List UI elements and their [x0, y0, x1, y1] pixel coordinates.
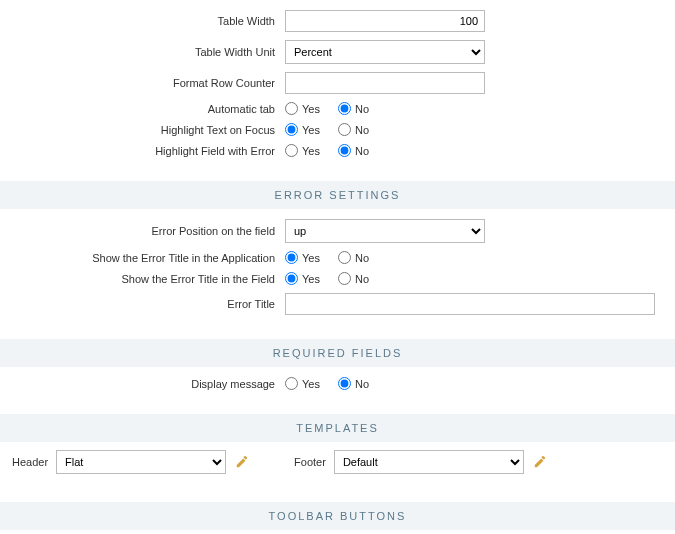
display-message-label: Display message [0, 378, 285, 390]
header-template-select[interactable]: Flat [56, 450, 226, 474]
table-width-label: Table Width [0, 15, 285, 27]
highlight-text-focus-yes-text: Yes [302, 124, 320, 136]
highlight-field-error-no-radio[interactable] [338, 144, 351, 157]
show-error-title-field-yes-text: Yes [302, 273, 320, 285]
automatic-tab-no-radio[interactable] [338, 102, 351, 115]
automatic-tab-label: Automatic tab [0, 103, 285, 115]
automatic-tab-no-text: No [355, 103, 369, 115]
table-width-unit-select[interactable]: Percent [285, 40, 485, 64]
pencil-icon[interactable] [532, 454, 548, 470]
show-error-title-field-no-text: No [355, 273, 369, 285]
highlight-field-error-label: Highlight Field with Error [0, 145, 285, 157]
show-error-title-app-label: Show the Error Title in the Application [0, 252, 285, 264]
error-title-label: Error Title [0, 298, 285, 310]
show-error-title-app-yes-radio[interactable] [285, 251, 298, 264]
highlight-field-error-yes-text: Yes [302, 145, 320, 157]
show-error-title-field-no-radio[interactable] [338, 272, 351, 285]
format-row-counter-label: Format Row Counter [0, 77, 285, 89]
templates-header: Templates [0, 414, 675, 442]
table-width-input[interactable] [285, 10, 485, 32]
display-message-no-radio[interactable] [338, 377, 351, 390]
footer-template-label: Footer [294, 456, 326, 468]
highlight-text-focus-yes-radio[interactable] [285, 123, 298, 136]
show-error-title-app-no-radio[interactable] [338, 251, 351, 264]
error-position-select[interactable]: up [285, 219, 485, 243]
required-fields-header: Required Fields [0, 339, 675, 367]
highlight-text-focus-no-text: No [355, 124, 369, 136]
show-error-title-app-yes-text: Yes [302, 252, 320, 264]
show-error-title-field-label: Show the Error Title in the Field [0, 273, 285, 285]
toolbar-buttons-header: Toolbar Buttons [0, 502, 675, 530]
show-error-title-app-no-text: No [355, 252, 369, 264]
error-settings-header: Error Settings [0, 181, 675, 209]
format-row-counter-input[interactable] [285, 72, 485, 94]
automatic-tab-yes-radio[interactable] [285, 102, 298, 115]
automatic-tab-yes-text: Yes [302, 103, 320, 115]
table-width-unit-label: Table Width Unit [0, 46, 285, 58]
highlight-field-error-no-text: No [355, 145, 369, 157]
highlight-text-focus-no-radio[interactable] [338, 123, 351, 136]
display-message-no-text: No [355, 378, 369, 390]
footer-template-select[interactable]: Default [334, 450, 524, 474]
error-title-input[interactable] [285, 293, 655, 315]
display-message-yes-radio[interactable] [285, 377, 298, 390]
display-message-yes-text: Yes [302, 378, 320, 390]
highlight-field-error-yes-radio[interactable] [285, 144, 298, 157]
highlight-text-focus-label: Highlight Text on Focus [0, 124, 285, 136]
header-template-label: Header [12, 456, 48, 468]
error-position-label: Error Position on the field [0, 225, 285, 237]
show-error-title-field-yes-radio[interactable] [285, 272, 298, 285]
pencil-icon[interactable] [234, 454, 250, 470]
